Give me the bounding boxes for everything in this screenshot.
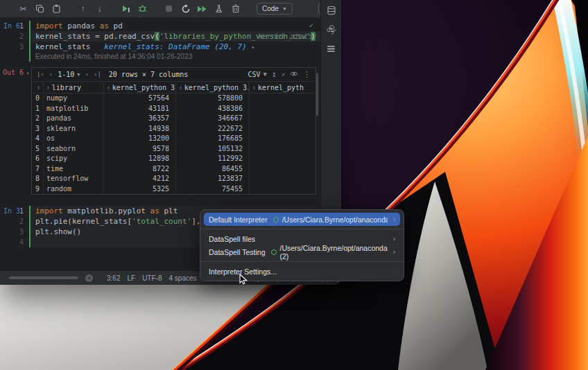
table-cell[interactable]: 5 (32, 144, 44, 155)
table-cell[interactable]: 8 (32, 174, 44, 184)
table-cell[interactable]: 8722 (104, 164, 176, 175)
next-page-icon[interactable]: › (85, 71, 89, 78)
table-cell[interactable]: 112992 (176, 154, 250, 164)
table-cell[interactable] (250, 134, 315, 144)
table-cell[interactable] (250, 144, 315, 155)
delete-cell-icon[interactable] (230, 3, 241, 14)
table-row[interactable]: 9random532575455 (32, 184, 315, 195)
python-packages-tool-icon[interactable] (326, 24, 336, 35)
table-cell[interactable]: 0 (32, 94, 44, 104)
editor-scrollbar[interactable] (316, 73, 318, 116)
index-column-header[interactable]: ↕ (32, 82, 44, 93)
table-cell[interactable]: tensorflow (44, 174, 104, 184)
popup-item-dataspell-testing[interactable]: DataSpell Testing /Users/Ciara.Byrne/opt… (200, 245, 404, 258)
view-options-eye-icon[interactable] (290, 71, 298, 78)
table-cell[interactable]: 123837 (176, 174, 250, 184)
page-range-dropdown[interactable]: 1-10▼ (58, 71, 80, 78)
table-cell[interactable]: 222672 (176, 124, 250, 134)
table-cell[interactable]: pandas (44, 114, 104, 124)
table-cell[interactable]: 43181 (104, 104, 176, 114)
table-cell[interactable] (250, 114, 315, 124)
clear-outputs-icon[interactable] (214, 3, 224, 14)
table-cell[interactable]: 4212 (104, 174, 176, 184)
run-all-cells-icon[interactable] (197, 3, 207, 14)
table-cell[interactable] (250, 124, 315, 134)
column-header[interactable]: ↕kernel_python 3.5 (176, 82, 250, 93)
download-icon[interactable]: ↧ (272, 71, 277, 78)
code-line[interactable]: kernel_stats = pd.read_csv('libraries_by… (31, 31, 320, 42)
open-in-editor-icon[interactable]: ↗ (282, 71, 285, 78)
table-cell[interactable]: 75455 (176, 184, 250, 195)
table-cell[interactable]: 578800 (176, 94, 250, 104)
table-cell[interactable]: random (44, 184, 104, 195)
cut-icon[interactable]: ✂ (18, 3, 28, 14)
paste-icon[interactable] (51, 3, 62, 14)
popup-item-interpreter-settings[interactable]: Interpreter Settings... (200, 265, 404, 278)
dataframe-hint[interactable]: kernel_stats: DataFrame (20, 7) (104, 42, 246, 51)
database-tool-icon[interactable] (326, 5, 336, 15)
table-cell[interactable]: scipy (44, 154, 104, 164)
table-cell[interactable]: 86455 (176, 164, 250, 175)
column-header[interactable]: ↕library (44, 82, 104, 93)
table-cell[interactable] (250, 164, 315, 175)
table-cell[interactable]: numpy (44, 94, 104, 104)
restart-kernel-icon[interactable] (180, 3, 191, 14)
table-cell[interactable]: 13200 (104, 134, 176, 144)
first-page-icon[interactable]: |‹ (37, 71, 44, 78)
caret-position-widget[interactable]: 3:62 (107, 274, 120, 282)
table-cell[interactable]: 105132 (176, 144, 250, 155)
table-cell[interactable]: 176685 (176, 134, 250, 144)
structure-tool-icon[interactable] (326, 44, 336, 54)
table-row[interactable]: 0numpy57564578800 (32, 94, 315, 104)
table-row[interactable]: 7time872286455 (32, 164, 315, 175)
table-cell[interactable]: 4 (32, 134, 44, 144)
table-cell[interactable]: os (44, 134, 104, 144)
table-cell[interactable] (250, 184, 315, 195)
chevron-down-icon[interactable]: ▾ (251, 44, 254, 51)
column-header[interactable]: ↕kernel_pyth (250, 82, 315, 93)
table-row[interactable]: 5seaborn9578105132 (32, 144, 315, 155)
table-cell[interactable]: 12898 (104, 154, 176, 164)
table-cell[interactable]: matplotlib (44, 104, 104, 114)
line-separator-widget[interactable]: LF (127, 274, 135, 282)
table-cell[interactable]: 14938 (104, 124, 176, 134)
table-cell[interactable]: 6 (32, 154, 44, 164)
code-line[interactable]: import pandas as pd (31, 21, 320, 31)
table-row[interactable]: 3sklearn14938222672 (32, 124, 315, 134)
table-cell[interactable]: 57564 (104, 94, 176, 104)
table-row[interactable]: 2pandas36357346667 (32, 114, 315, 124)
table-row[interactable]: 6scipy12898112992 (32, 154, 315, 164)
move-cell-up-icon[interactable]: ↑ (78, 3, 88, 14)
table-row[interactable]: 8tensorflow4212123837 (32, 174, 315, 184)
code-area[interactable]: import pandas as pd kernel_stats = pd.re… (29, 21, 320, 62)
table-cell[interactable] (250, 94, 315, 104)
column-header[interactable]: ↕kernel_python 3.4 (104, 82, 176, 93)
table-cell[interactable]: 36357 (104, 114, 176, 124)
copy-icon[interactable] (35, 3, 45, 14)
encoding-widget[interactable]: UTF-8 (142, 274, 162, 282)
last-page-icon[interactable]: ›| (94, 71, 101, 78)
table-row[interactable]: 1matplotlib43181438386 (32, 104, 315, 114)
code-line[interactable]: kernel_stats kernel_stats: DataFrame (20… (31, 42, 320, 52)
table-cell[interactable]: 3 (32, 124, 44, 134)
export-format-dropdown[interactable]: CSV▼ (248, 71, 266, 78)
cancel-task-icon[interactable]: ✕ (85, 274, 93, 282)
table-cell[interactable]: 2 (32, 114, 44, 124)
table-cell[interactable]: 7 (32, 164, 44, 175)
move-cell-down-icon[interactable]: ↓ (94, 3, 105, 14)
kebab-menu-icon[interactable]: ⋮ (303, 71, 311, 78)
table-cell[interactable]: 1 (32, 104, 44, 114)
table-cell[interactable] (250, 104, 315, 114)
table-cell[interactable]: sklearn (44, 124, 104, 134)
table-cell[interactable]: seaborn (44, 144, 104, 155)
table-cell[interactable] (250, 154, 315, 164)
table-cell[interactable]: 5325 (104, 184, 176, 195)
indent-widget[interactable]: 4 spaces (168, 274, 196, 282)
cell-type-dropdown[interactable]: Code▼ (257, 3, 293, 15)
table-cell[interactable]: 346667 (176, 114, 250, 124)
table-cell[interactable]: 438386 (176, 104, 250, 114)
table-cell[interactable] (250, 174, 315, 184)
table-cell[interactable]: time (44, 164, 104, 175)
run-cell-icon[interactable] (121, 3, 131, 14)
debug-cell-icon[interactable] (137, 3, 148, 14)
